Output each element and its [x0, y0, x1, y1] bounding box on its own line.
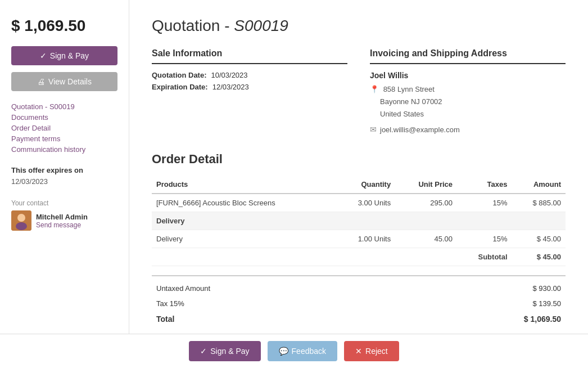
col-unit-price: Unit Price [395, 176, 457, 194]
quotation-date-label: Quotation Date: [152, 71, 207, 79]
view-details-button[interactable]: 🖨 View Details [11, 72, 117, 91]
product-amount: $ 885.00 [512, 194, 566, 212]
contact-info: Mitchell Admin Send message [11, 210, 117, 231]
order-detail-section: Order Detail Products Quantity Unit Pric… [152, 152, 566, 327]
contact-section: Your contact Mitchell Admin Send message [11, 199, 117, 231]
delivery-taxes: 15% [457, 230, 512, 248]
delivery-unit-price: 45.00 [395, 230, 457, 248]
sidebar-item-communication-history[interactable]: Communication history [11, 145, 117, 154]
tax-label: Tax 15% [156, 299, 184, 308]
product-unit-price: 295.00 [395, 194, 457, 212]
page-title: Quotation - S00019 [152, 17, 566, 35]
subtotal-value: $ 45.00 [512, 248, 566, 266]
sidebar-item-payment-terms[interactable]: Payment terms [11, 134, 117, 143]
tax-row: Tax 15% $ 139.50 [152, 296, 566, 311]
untaxed-label: Untaxed Amount [156, 284, 210, 293]
customer-name: Joel Willis [370, 71, 566, 80]
sidebar-item-quotation[interactable]: Quotation - S00019 [11, 102, 117, 111]
subtotal-label: Subtotal [457, 248, 512, 266]
tax-value: $ 139.50 [532, 299, 561, 308]
sale-info-block: Sale Information Quotation Date: 10/03/2… [152, 48, 347, 134]
send-message-link[interactable]: Send message [36, 221, 88, 229]
sidebar-price: $ 1,069.50 [11, 17, 117, 35]
quotation-date-row: Quotation Date: 10/03/2023 [152, 71, 347, 79]
sidebar-item-order-detail[interactable]: Order Detail [11, 124, 117, 132]
printer-icon: 🖨 [37, 77, 45, 86]
total-label: Total [156, 315, 174, 324]
expiration-date-row: Expiration Date: 12/03/2023 [152, 83, 347, 91]
shipping-block: Invoicing and Shipping Address Joel Will… [370, 48, 566, 134]
expiration-date-label: Expiration Date: [152, 83, 208, 91]
order-detail-title: Order Detail [152, 152, 566, 167]
product-taxes: 15% [457, 194, 512, 212]
sidebar: $ 1,069.50 ✓ Sign & Pay 🖨 View Details Q… [0, 0, 129, 368]
sidebar-item-documents[interactable]: Documents [11, 113, 117, 122]
quotation-date-value: 10/03/2023 [211, 71, 248, 79]
email-row: ✉ joel.willis@example.com [370, 125, 566, 134]
checkmark-icon: ✓ [40, 51, 47, 60]
pin-icon: 📍 [370, 85, 379, 93]
col-amount: Amount [512, 176, 566, 194]
delivery-quantity: 1.00 Units [335, 230, 395, 248]
totals-section: Untaxed Amount $ 930.00 Tax 15% $ 139.50… [152, 275, 566, 327]
svg-point-2 [16, 222, 27, 230]
sale-info-title: Sale Information [152, 48, 347, 64]
email-icon: ✉ [370, 125, 377, 134]
svg-point-1 [17, 214, 25, 222]
bottom-x-icon: ✕ [355, 347, 362, 356]
order-table: Products Quantity Unit Price Taxes Amoun… [152, 176, 566, 266]
main-content: Quotation - S00019 Sale Information Quot… [129, 0, 588, 368]
bottom-reject-button[interactable]: ✕ Reject [344, 341, 399, 361]
table-row: [FURN_6666] Acoustic Bloc Screens 3.00 U… [152, 194, 566, 212]
contact-details: Mitchell Admin Send message [36, 213, 88, 229]
avatar [11, 210, 31, 231]
bottom-feedback-button[interactable]: 💬 Feedback [268, 341, 337, 361]
offer-expires: This offer expires on 12/03/2023 [11, 165, 117, 187]
customer-email: joel.willis@example.com [380, 125, 460, 134]
subtotal-row: Subtotal $ 45.00 [152, 248, 566, 266]
delivery-section-label: Delivery [152, 212, 566, 230]
sign-pay-button[interactable]: ✓ Sign & Pay [11, 46, 117, 65]
col-products: Products [152, 176, 335, 194]
sidebar-nav: Quotation - S00019 Documents Order Detai… [11, 102, 117, 154]
address-block: 📍 858 Lynn Street Bayonne NJ 07002 Unite… [370, 83, 566, 120]
product-quantity: 3.00 Units [335, 194, 395, 212]
contact-label: Your contact [11, 199, 117, 207]
bottom-chat-icon: 💬 [279, 347, 288, 356]
col-quantity: Quantity [335, 176, 395, 194]
bottom-check-icon: ✓ [200, 347, 207, 356]
expiration-date-value: 12/03/2023 [212, 83, 249, 91]
contact-name: Mitchell Admin [36, 213, 88, 221]
delivery-product: Delivery [152, 230, 335, 248]
info-columns: Sale Information Quotation Date: 10/03/2… [152, 48, 566, 134]
total-row: Total $ 1,069.50 [152, 311, 566, 327]
delivery-amount: $ 45.00 [512, 230, 566, 248]
shipping-title: Invoicing and Shipping Address [370, 48, 566, 64]
bottom-sign-pay-button[interactable]: ✓ Sign & Pay [189, 341, 260, 361]
untaxed-row: Untaxed Amount $ 930.00 [152, 281, 566, 296]
col-taxes: Taxes [457, 176, 512, 194]
untaxed-value: $ 930.00 [532, 284, 561, 293]
product-name: [FURN_6666] Acoustic Bloc Screens [152, 194, 335, 212]
delivery-section-row: Delivery [152, 212, 566, 230]
delivery-row: Delivery 1.00 Units 45.00 15% $ 45.00 [152, 230, 566, 248]
bottom-bar: ✓ Sign & Pay 💬 Feedback ✕ Reject [0, 334, 588, 368]
total-value: $ 1,069.50 [524, 315, 561, 324]
